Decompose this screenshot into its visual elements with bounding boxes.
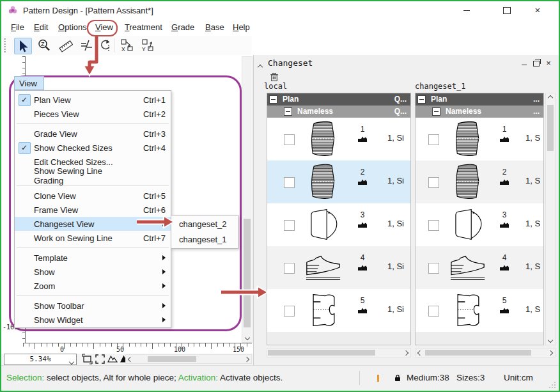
menu-item-clone-view[interactable]: ✓ Clone View Ctrl+5	[15, 189, 171, 203]
panel-collapse-icon[interactable]	[258, 61, 262, 71]
menu-item-frame-view[interactable]: ✓ Frame View Ctrl+6	[15, 203, 171, 217]
menu-item-label: Show	[34, 267, 130, 277]
row-checkbox[interactable]	[428, 177, 439, 188]
view-menu-tab[interactable]: View	[14, 76, 44, 90]
menu-item-grade-view[interactable]: ✓ Grade View Ctrl+3	[15, 127, 171, 141]
pattern-row[interactable]: 5 1, S	[416, 289, 543, 332]
minimize-button[interactable]	[461, 5, 472, 15]
collapse-box-icon[interactable]	[432, 107, 440, 116]
toolbar-separator	[114, 38, 114, 52]
fit-frame-icon[interactable]	[82, 354, 93, 365]
pattern-thumbnail-pleated	[307, 163, 340, 200]
collapse-box-icon[interactable]	[417, 95, 426, 104]
ruler-tool-button[interactable]	[58, 38, 74, 53]
canvas-vertical-scrollbar[interactable]	[242, 56, 253, 343]
panel-vertical-scrollbar[interactable]	[545, 93, 556, 345]
plan-group-header[interactable]: Plan ...	[416, 93, 543, 106]
menu-item-template[interactable]: Template	[15, 251, 171, 265]
row-checkbox[interactable]	[284, 220, 295, 231]
local-horizontal-scrollbar[interactable]	[267, 348, 411, 357]
zoom-tool-button[interactable]: Z	[36, 38, 52, 53]
scroll-down-arrow[interactable]	[546, 336, 555, 345]
pattern-row[interactable]: 4 1, Si	[267, 246, 410, 289]
menu-item-changeset-view[interactable]: ✓ Changeset View	[15, 217, 171, 231]
menu-base[interactable]: Base	[205, 22, 224, 32]
menu-edit[interactable]: Edit	[34, 22, 48, 32]
menu-item-show-sewing-line-grading[interactable]: ✓ Show Sewing Line Grading	[15, 169, 171, 183]
menu-item-label: Changeset View	[34, 219, 130, 229]
maximize-button[interactable]	[501, 5, 513, 15]
menu-item-work-on-sewing-line[interactable]: ✓ Work on Sewing Line Ctrl+7	[15, 231, 171, 245]
pattern-row[interactable]: 3 1, Si	[267, 203, 410, 246]
scroll-down-arrow[interactable]	[242, 333, 252, 342]
scrollbar-thumb[interactable]	[425, 350, 531, 356]
scrollbar-thumb[interactable]	[268, 350, 375, 356]
menu-help[interactable]: Help	[233, 22, 250, 32]
menu-item-pieces-view[interactable]: ✓ Pieces View Ctrl+2	[15, 107, 171, 121]
zoom-level-combobox[interactable]: 5.34%	[4, 354, 77, 365]
menu-item-plan-view[interactable]: ✓ Plan View Ctrl+1	[15, 93, 171, 107]
pattern-row[interactable]: 4 1, S	[416, 246, 543, 289]
submenu-item-changeset-1[interactable]: changeset_1	[171, 232, 238, 247]
scrollbar-thumb[interactable]	[244, 219, 251, 327]
collapse-box-icon[interactable]	[284, 107, 292, 116]
scroll-right-arrow[interactable]	[546, 349, 555, 357]
panel-minimize-button[interactable]	[519, 59, 529, 68]
expand-view-icon[interactable]	[95, 354, 105, 365]
menu-item-show-toolbar[interactable]: Show Toolbar	[15, 299, 171, 313]
resize-grip[interactable]	[549, 381, 556, 388]
toolbar-grip[interactable]	[4, 38, 6, 52]
menu-file[interactable]: File	[11, 22, 24, 32]
row-checkbox[interactable]	[284, 306, 295, 317]
nameless-group-header[interactable]: Nameless Q...	[267, 106, 410, 118]
trim-tool-button[interactable]	[78, 38, 95, 53]
menu-item-show-widget[interactable]: Show Widget	[15, 313, 171, 327]
mountain-outline-icon[interactable]	[107, 354, 118, 365]
scroll-right-arrow[interactable]	[401, 349, 410, 357]
pattern-row[interactable]: 3 1, S	[416, 203, 543, 246]
scroll-up-arrow[interactable]	[546, 93, 555, 102]
pattern-row-selected[interactable]: 2 1, Si	[267, 161, 410, 203]
row-checkbox[interactable]	[284, 177, 295, 188]
pattern-row[interactable]: 2 1, S	[416, 161, 543, 203]
row-checkbox[interactable]	[428, 263, 439, 274]
scroll-left-arrow[interactable]	[126, 355, 135, 363]
scrollbar-thumb[interactable]	[547, 105, 554, 151]
row-checkbox[interactable]	[428, 220, 439, 231]
submenu-item-changeset-2[interactable]: changeset_2	[171, 217, 238, 232]
menu-grade[interactable]: Grade	[171, 22, 194, 32]
pattern-row[interactable]: 1 1, Si	[267, 118, 410, 161]
piece-number: 2	[361, 168, 365, 176]
menu-item-show-checked-sizes[interactable]: ✓ Show Checked Sizes Ctrl+4	[15, 141, 171, 155]
close-button[interactable]: ×	[532, 5, 543, 15]
move-x-tool-button[interactable]: X	[119, 38, 136, 53]
panel-restore-button[interactable]	[531, 59, 541, 68]
scroll-right-arrow[interactable]	[242, 355, 251, 363]
collapse-box-icon[interactable]	[269, 95, 277, 104]
changeset-list-changeset-1: Plan ... Nameless ... 1 1, S	[415, 93, 544, 345]
delete-changeset-button[interactable]	[269, 72, 279, 82]
row-checkbox[interactable]	[428, 306, 439, 317]
pattern-row[interactable]: 1 1, S	[416, 118, 543, 161]
scroll-left-arrow[interactable]	[416, 349, 424, 357]
panel-close-button[interactable]: ×	[543, 59, 554, 68]
plan-group-header[interactable]: Plan Q...	[267, 93, 410, 106]
select-tool-button[interactable]	[14, 38, 32, 54]
pattern-row[interactable]: 5 1, Si	[267, 289, 410, 332]
menu-item-show[interactable]: Show	[15, 265, 171, 279]
menu-view[interactable]: View	[95, 22, 113, 32]
menu-options[interactable]: Options	[58, 22, 87, 32]
canvas-horizontal-scrollbar[interactable]	[125, 354, 252, 364]
move-y-tool-button[interactable]: Y	[139, 38, 156, 53]
row-checkbox[interactable]	[284, 263, 295, 274]
menu-treatment[interactable]: Treatment	[125, 22, 162, 32]
row-checkbox[interactable]	[428, 134, 439, 145]
changeset-1-horizontal-scrollbar[interactable]	[415, 348, 556, 357]
row-checkbox[interactable]	[284, 134, 295, 145]
scrollbar-thumb[interactable]	[148, 356, 196, 362]
rotate-tool-button[interactable]	[97, 38, 114, 53]
piece-info: 1, S	[525, 176, 540, 185]
design-canvas[interactable]: -100 View ✓ Plan View Ctrl+1 ✓ Pieces Vi…	[1, 55, 253, 354]
menu-item-zoom[interactable]: Zoom	[15, 279, 171, 293]
nameless-group-header[interactable]: Nameless ...	[416, 106, 543, 118]
